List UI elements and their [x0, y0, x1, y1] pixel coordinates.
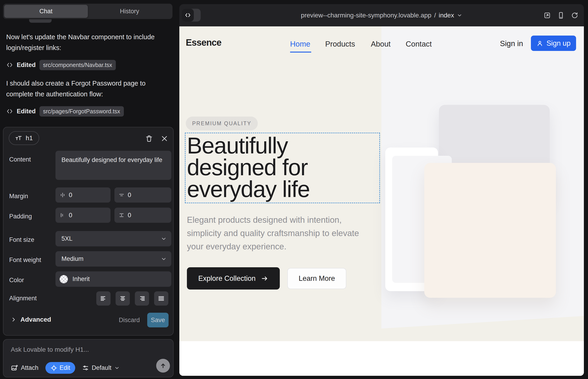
code-icon — [6, 62, 13, 68]
edited-file-row[interactable]: Edited src/pages/ForgotPassword.tsx — [6, 106, 124, 117]
attach-button[interactable]: Attach — [11, 364, 39, 372]
font-size-value: 5XL — [62, 235, 73, 242]
browser-actions — [543, 4, 578, 26]
site-viewport: Essence Home Products About Contact Sign… — [179, 26, 584, 376]
selected-element-pill: h1 — [9, 131, 39, 145]
font-weight-select[interactable]: Medium — [56, 251, 171, 267]
margin-y-value: 0 — [128, 191, 131, 199]
open-external-icon[interactable] — [543, 12, 551, 19]
tab-chat[interactable]: Chat — [4, 5, 88, 18]
alignment-group — [96, 291, 168, 306]
margin-x-input[interactable]: 0 — [56, 188, 110, 203]
url-page: index — [439, 12, 454, 19]
sliders-icon — [82, 364, 89, 371]
arrow-up-icon — [160, 362, 167, 369]
edited-file-badge[interactable]: src/components/Navbar.tsx — [39, 60, 116, 70]
chevron-down-icon — [161, 256, 167, 262]
chevron-down-icon — [161, 236, 167, 242]
refresh-icon[interactable] — [571, 12, 578, 19]
chevron-down-icon[interactable] — [457, 13, 462, 18]
sign-up-button[interactable]: Sign up — [531, 35, 576, 51]
hero-paragraph: Elegant products designed with intention… — [187, 213, 373, 253]
font-weight-value: Medium — [62, 255, 83, 262]
align-left-button[interactable] — [96, 291, 110, 306]
element-tag-label: h1 — [26, 134, 33, 142]
send-button[interactable] — [156, 359, 170, 373]
hero-decor-card-cream — [424, 163, 556, 298]
nav-link-products[interactable]: Products — [325, 40, 355, 48]
margin-label: Margin — [9, 193, 28, 200]
explore-collection-label: Explore Collection — [198, 274, 256, 283]
mobile-view-icon[interactable] — [557, 12, 565, 19]
below-hero-section — [179, 341, 584, 376]
chat-input-toolbar: Attach Edit Default — [11, 362, 120, 374]
chat-input-box[interactable]: Ask Lovable to modify H1... Attach Edit … — [3, 339, 174, 377]
tab-history[interactable]: History — [88, 5, 171, 18]
scrolled-badge-partial — [29, 19, 52, 23]
url-bar[interactable]: preview--charming-site-symphony.lovable.… — [179, 4, 584, 26]
padding-label: Padding — [9, 213, 32, 220]
url-separator: / — [434, 12, 436, 19]
hero-heading[interactable]: Beautifully designed for everyday life — [187, 135, 380, 200]
app-root: Chat History Now let's update the Navbar… — [0, 0, 588, 379]
content-textarea[interactable]: Beautifully designed for everyday life — [56, 151, 171, 180]
font-weight-label: Font weight — [9, 256, 41, 264]
alignment-label: Alignment — [9, 295, 37, 302]
delete-element-button[interactable] — [145, 135, 153, 142]
discard-button[interactable]: Discard — [119, 316, 140, 324]
explore-collection-button[interactable]: Explore Collection — [187, 267, 280, 289]
chat-history-tabs: Chat History — [3, 4, 172, 19]
edit-label: Edit — [60, 364, 70, 371]
element-editor-panel: h1 Content Beautifully designed for ever… — [3, 127, 174, 336]
default-label: Default — [92, 364, 111, 371]
premium-quality-badge: PREMIUM QUALITY — [186, 117, 258, 130]
close-panel-icon[interactable] — [161, 135, 168, 142]
nav-link-home[interactable]: Home — [290, 40, 310, 48]
color-select[interactable]: Inherit — [56, 271, 171, 287]
edited-label: Edited — [17, 108, 36, 115]
target-icon — [50, 364, 57, 371]
padding-y-value: 0 — [128, 212, 131, 219]
chevron-down-icon — [114, 365, 120, 371]
font-size-label: Font size — [9, 236, 34, 243]
chevron-right-icon — [11, 317, 16, 322]
margin-y-icon — [119, 192, 124, 198]
code-icon — [6, 108, 13, 115]
padding-x-input[interactable]: 0 — [56, 208, 110, 223]
color-value: Inherit — [73, 276, 90, 283]
chat-input-placeholder[interactable]: Ask Lovable to modify H1... — [11, 346, 89, 353]
margin-x-value: 0 — [69, 191, 72, 199]
edited-file-row[interactable]: Edited src/components/Navbar.tsx — [6, 59, 116, 71]
nav-home-underline — [290, 52, 311, 52]
image-icon — [11, 364, 18, 372]
edit-mode-button[interactable]: Edit — [46, 362, 76, 374]
nav-link-about[interactable]: About — [371, 40, 390, 48]
nav-link-contact[interactable]: Contact — [406, 40, 432, 48]
edited-label: Edited — [17, 62, 36, 69]
attach-label: Attach — [21, 364, 39, 371]
url-domain: preview--charming-site-symphony.lovable.… — [301, 12, 431, 19]
padding-y-input[interactable]: 0 — [114, 208, 171, 223]
save-button[interactable]: Save — [147, 313, 169, 327]
site-logo[interactable]: Essence — [186, 37, 221, 48]
learn-more-button[interactable]: Learn More — [287, 268, 346, 289]
edited-file-badge[interactable]: src/pages/ForgotPassword.tsx — [39, 106, 124, 117]
padding-x-icon — [60, 212, 66, 218]
sign-in-link[interactable]: Sign in — [500, 39, 523, 48]
font-size-select[interactable]: 5XL — [56, 231, 171, 246]
type-icon — [15, 135, 22, 142]
margin-y-input[interactable]: 0 — [114, 188, 171, 203]
advanced-toggle[interactable]: Advanced — [11, 316, 51, 323]
chat-message: Now let's update the Navbar component to… — [6, 32, 169, 53]
color-swatch — [60, 275, 68, 283]
align-justify-button[interactable] — [154, 291, 168, 306]
padding-x-value: 0 — [69, 212, 72, 219]
default-mode-selector[interactable]: Default — [82, 364, 120, 371]
advanced-label: Advanced — [20, 316, 51, 323]
preview-browser-frame: preview--charming-site-symphony.lovable.… — [179, 4, 584, 376]
margin-x-icon — [60, 192, 66, 198]
align-right-button[interactable] — [135, 291, 149, 306]
color-label: Color — [9, 277, 24, 284]
align-center-button[interactable] — [116, 291, 130, 306]
chat-message: I should also create a Forgot Password p… — [6, 78, 169, 100]
